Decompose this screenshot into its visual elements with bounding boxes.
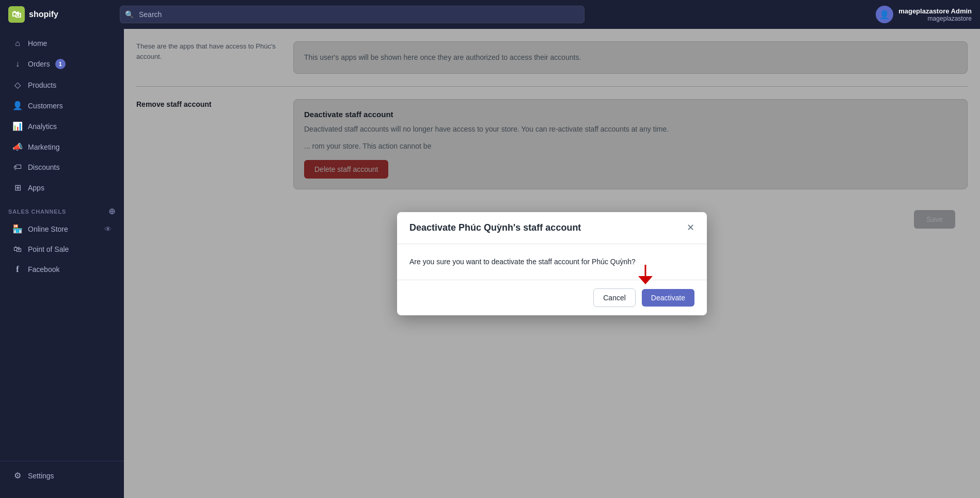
sidebar-item-home[interactable]: ⌂ Home xyxy=(4,34,120,53)
sidebar-item-marketing[interactable]: 📣 Marketing xyxy=(4,137,120,157)
marketing-icon: 📣 xyxy=(12,142,23,152)
sidebar-bottom: ⚙ Settings xyxy=(0,461,124,490)
online-store-icon: 🏪 xyxy=(12,224,23,234)
red-arrow xyxy=(638,265,653,285)
modal-title: Deactivate Phúc Quỳnh's staff account xyxy=(409,222,581,233)
search-input[interactable] xyxy=(120,6,584,23)
modal-footer: Cancel Deactivate xyxy=(397,280,707,315)
add-sales-channel-icon[interactable]: ⊕ xyxy=(108,206,116,216)
logo-text: shopify xyxy=(29,10,58,19)
modal-close-button[interactable]: ✕ xyxy=(687,223,694,232)
sidebar: ⌂ Home ↓ Orders 1 ◇ Products 👤 Customers… xyxy=(0,29,124,498)
avatar: 👤 xyxy=(876,6,893,23)
orders-badge: 1 xyxy=(55,59,66,69)
sidebar-item-products[interactable]: ◇ Products xyxy=(4,75,120,95)
sidebar-item-facebook[interactable]: f Facebook xyxy=(4,260,120,279)
user-store: mageplazastore xyxy=(898,15,972,22)
modal-deactivate-button[interactable]: Deactivate xyxy=(642,289,694,307)
orders-icon: ↓ xyxy=(12,59,23,69)
logo-area: 🛍 shopify xyxy=(8,6,112,23)
shopify-logo-icon: 🛍 xyxy=(8,6,25,23)
sidebar-label-analytics: Analytics xyxy=(28,122,57,131)
sidebar-label-customers: Customers xyxy=(28,102,63,110)
sidebar-item-online-store[interactable]: 🏪 Online Store 👁 xyxy=(4,219,120,239)
facebook-icon: f xyxy=(12,265,23,274)
analytics-icon: 📊 xyxy=(12,121,23,131)
sales-channels-title: SALES CHANNELS xyxy=(8,208,66,215)
settings-icon: ⚙ xyxy=(12,471,23,480)
sidebar-label-home: Home xyxy=(28,39,47,47)
sidebar-item-apps[interactable]: ⊞ Apps xyxy=(4,178,120,198)
modal-body: Are you sure you want to deactivate the … xyxy=(397,244,707,280)
apps-icon: ⊞ xyxy=(12,183,23,192)
search-bar: 🔍 xyxy=(120,6,584,23)
sidebar-label-products: Products xyxy=(28,81,56,89)
sidebar-item-discounts[interactable]: 🏷 Discounts xyxy=(4,157,120,177)
sidebar-item-orders[interactable]: ↓ Orders 1 xyxy=(4,54,120,74)
customers-icon: 👤 xyxy=(12,101,23,110)
modal-header: Deactivate Phúc Quỳnh's staff account ✕ xyxy=(397,212,707,244)
sidebar-item-point-of-sale[interactable]: 🛍 Point of Sale xyxy=(4,239,120,259)
svg-marker-1 xyxy=(638,276,653,284)
content-area: These are the apps that have access to P… xyxy=(124,29,980,498)
sidebar-item-customers[interactable]: 👤 Customers xyxy=(4,95,120,116)
sidebar-item-analytics[interactable]: 📊 Analytics xyxy=(4,116,120,136)
sidebar-label-orders: Orders xyxy=(28,60,50,68)
user-info: mageplazastore Admin mageplazastore xyxy=(898,7,972,22)
sidebar-label-online-store: Online Store xyxy=(28,225,68,233)
sidebar-label-point-of-sale: Point of Sale xyxy=(28,245,69,253)
sidebar-label-apps: Apps xyxy=(28,184,44,192)
sales-channels-section: SALES CHANNELS ⊕ xyxy=(0,198,124,218)
home-icon: ⌂ xyxy=(12,39,23,48)
search-icon: 🔍 xyxy=(125,10,134,19)
sidebar-label-discounts: Discounts xyxy=(28,163,59,171)
eye-icon: 👁 xyxy=(104,225,112,233)
main-layout: ⌂ Home ↓ Orders 1 ◇ Products 👤 Customers… xyxy=(0,29,980,498)
modal-overlay: Deactivate Phúc Quỳnh's staff account ✕ … xyxy=(124,29,980,498)
sidebar-item-settings[interactable]: ⚙ Settings xyxy=(4,465,120,486)
modal-cancel-button[interactable]: Cancel xyxy=(593,288,636,307)
deactivate-modal: Deactivate Phúc Quỳnh's staff account ✕ … xyxy=(397,212,707,315)
point-of-sale-icon: 🛍 xyxy=(12,245,23,254)
products-icon: ◇ xyxy=(12,80,23,90)
app-header: 🛍 shopify 🔍 👤 mageplazastore Admin magep… xyxy=(0,0,980,29)
sidebar-nav: ⌂ Home ↓ Orders 1 ◇ Products 👤 Customers… xyxy=(0,29,124,461)
sidebar-label-settings: Settings xyxy=(28,472,54,480)
discounts-icon: 🏷 xyxy=(12,163,23,172)
sidebar-label-facebook: Facebook xyxy=(28,265,59,274)
user-area: 👤 mageplazastore Admin mageplazastore xyxy=(876,6,972,23)
sidebar-label-marketing: Marketing xyxy=(28,143,59,151)
user-name: mageplazastore Admin xyxy=(898,7,972,15)
